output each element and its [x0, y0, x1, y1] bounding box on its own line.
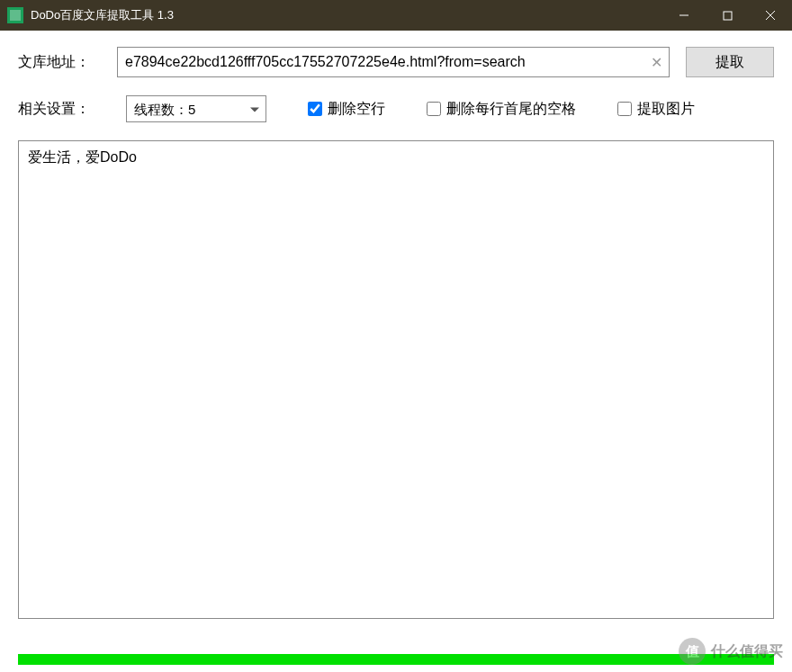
svg-rect-1 — [724, 12, 732, 20]
output-wrap: 爱生活，爱DoDo — [18, 140, 774, 623]
checkbox-delete-blank-wrap[interactable]: 删除空行 — [308, 100, 385, 119]
checkbox-trim-spaces[interactable] — [427, 102, 441, 116]
url-row: 文库地址： ✕ 提取 — [18, 47, 774, 77]
checkbox-extract-images[interactable] — [617, 102, 632, 116]
close-button[interactable] — [749, 0, 792, 31]
url-input-wrap: ✕ — [117, 47, 670, 77]
titlebar: DoDo百度文库提取工具 1.3 — [0, 0, 792, 31]
window-title: DoDo百度文库提取工具 1.3 — [31, 7, 662, 23]
content-area: 文库地址： ✕ 提取 相关设置： 线程数：5 删除空行 删除每行首尾的空格 提取… — [0, 31, 792, 122]
checkbox-delete-blank[interactable] — [308, 102, 322, 116]
watermark-text: 什么值得买 — [711, 642, 783, 661]
settings-row: 相关设置： 线程数：5 删除空行 删除每行首尾的空格 提取图片 — [18, 95, 774, 122]
clear-icon[interactable]: ✕ — [651, 54, 662, 71]
maximize-button[interactable] — [706, 0, 749, 31]
progress-bar — [18, 654, 774, 665]
settings-label: 相关设置： — [18, 100, 101, 119]
checkbox-extract-images-wrap[interactable]: 提取图片 — [617, 100, 695, 119]
extract-button[interactable]: 提取 — [686, 47, 774, 77]
output-textarea[interactable]: 爱生活，爱DoDo — [18, 140, 774, 619]
checkbox-trim-spaces-label: 删除每行首尾的空格 — [446, 100, 576, 119]
checkbox-extract-images-label: 提取图片 — [637, 100, 695, 119]
watermark-badge: 值 — [679, 638, 706, 665]
watermark: 值 什么值得买 — [679, 638, 783, 665]
thread-select[interactable]: 线程数：5 — [126, 95, 266, 122]
checkbox-trim-spaces-wrap[interactable]: 删除每行首尾的空格 — [427, 100, 576, 119]
app-icon — [7, 7, 23, 23]
window-controls — [662, 0, 792, 31]
url-label: 文库地址： — [18, 53, 101, 72]
thread-select-wrap: 线程数：5 — [126, 95, 266, 122]
minimize-button[interactable] — [662, 0, 706, 31]
checkbox-delete-blank-label: 删除空行 — [328, 100, 385, 119]
url-input[interactable] — [117, 47, 670, 77]
